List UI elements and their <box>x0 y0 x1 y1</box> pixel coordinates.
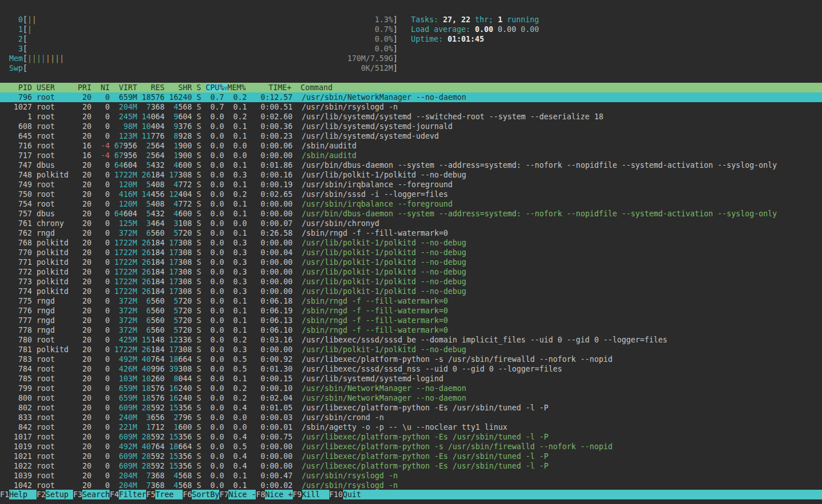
cell-time: 0:00.07 <box>247 219 292 228</box>
process-row[interactable]: 1017 root 20 0 609M 28592 15356 S 0.0 0.… <box>0 432 822 442</box>
column-header-virt[interactable]: VIRT <box>110 83 137 92</box>
process-row[interactable]: 842 root 20 0 221M 1712 1600 S 0.0 0.0 0… <box>0 422 822 432</box>
process-row[interactable]: 717 root 16 -4 67956 2564 1900 S 0.0 0.0… <box>0 151 822 160</box>
fkey-f2[interactable]: F2 <box>37 490 46 499</box>
fkey-label-kill[interactable]: Kill <box>302 490 329 499</box>
fkey-f6[interactable]: F6 <box>183 490 192 499</box>
process-row[interactable]: 799 root 20 0 659M 18576 16240 S 0.0 0.2… <box>0 384 822 393</box>
process-row[interactable]: 750 root 20 0 416M 14456 12404 S 0.0 0.2… <box>0 189 822 199</box>
process-row[interactable]: 800 root 20 0 659M 18576 16240 S 0.0 0.2… <box>0 393 822 403</box>
cell-virt: 67 <box>114 151 123 160</box>
process-row[interactable]: 774 polkitd 20 0 1722M 26184 17308 S 0.0… <box>0 287 822 296</box>
cell-mem-percent: 0.3 <box>224 287 247 296</box>
meter-bar: | <box>59 54 64 63</box>
meter-close-bracket: ] <box>393 35 398 43</box>
process-row[interactable]: 802 root 20 0 609M 28592 15356 S 0.0 0.4… <box>0 403 822 413</box>
process-row[interactable]: 747 dbus 20 0 64604 5432 4600 S 0.0 0.1 … <box>0 160 822 170</box>
process-row[interactable]: 1022 root 20 0 609M 28592 15356 S 0.0 0.… <box>0 461 822 471</box>
fkey-f4[interactable]: F4 <box>110 490 119 499</box>
fkey-f7[interactable]: F7 <box>219 490 228 499</box>
cell-shr: 664 <box>178 355 192 364</box>
fkey-label-search[interactable]: Search <box>82 490 110 499</box>
cell-time: 0:00.16 <box>247 171 292 179</box>
process-row[interactable]: 781 polkitd 20 0 1722M 26184 17308 S 0.0… <box>0 345 822 354</box>
process-row[interactable]: 1039 root 20 0 204M 7368 4568 S 0.0 0.1 … <box>0 471 822 481</box>
process-row[interactable]: 1 root 20 0 245M 14064 9604 S 0.0 0.2 0:… <box>0 112 822 122</box>
column-header-cpu-sorted[interactable]: CPU%▽ <box>206 83 227 92</box>
process-row[interactable]: 762 rngd 20 0 372M 6560 5720 S 0.0 0.1 0… <box>0 228 822 238</box>
cell-command: /sbin/rngd -f --fill-watermark=0 <box>302 307 448 315</box>
cell-ni: 0 <box>105 374 110 383</box>
cell-mem-percent: 0.3 <box>224 345 247 354</box>
column-header-res[interactable]: RES <box>137 83 164 92</box>
cell-pid: 774 <box>0 287 32 296</box>
process-row[interactable]: 645 root 20 0 123M 11776 8928 S 0.0 0.1 … <box>0 131 822 141</box>
fkey-f9[interactable]: F9 <box>293 490 302 499</box>
fkey-label-tree[interactable]: Tree <box>155 490 183 499</box>
process-row[interactable]: 608 root 20 0 98M 10404 9376 S 0.0 0.1 0… <box>0 122 822 131</box>
process-row[interactable]: 761 chrony 20 0 125M 3464 3108 S 0.0 0.0… <box>0 219 822 228</box>
column-header-mem[interactable]: MEM% <box>227 83 245 92</box>
cell-shr: 664 <box>178 442 192 451</box>
fkey-label-setup[interactable]: Setup <box>46 490 73 499</box>
column-header-ni[interactable]: NI <box>91 83 110 92</box>
process-row[interactable]: 777 rngd 20 0 372M 6560 5720 S 0.0 0.1 0… <box>0 316 822 325</box>
fkey-label-nice-[interactable]: Nice - <box>228 490 256 499</box>
fkey-label-quit[interactable]: Quit <box>343 490 822 499</box>
cpu-memory-meters: 0[|| 1.3%] 1[| 0.7%] 2[ <box>0 15 398 73</box>
process-row[interactable]: 784 root 20 0 426M 40996 39308 S 0.0 0.5… <box>0 364 822 374</box>
column-header-user[interactable]: USER <box>37 83 78 92</box>
process-row[interactable]: 785 root 20 0 103M 10260 8044 S 0.0 0.1 … <box>0 374 822 384</box>
fkey-f10[interactable]: F10 <box>329 490 343 499</box>
process-row-selected[interactable]: 796 root 20 0 659M 18576 16240 S 0.7 0.2… <box>0 92 822 102</box>
column-header-pri[interactable]: PRI <box>78 83 91 92</box>
fkey-f8[interactable]: F8 <box>256 490 265 499</box>
process-row[interactable]: 833 root 20 0 240M 3656 2796 S 0.0 0.0 0… <box>0 413 822 422</box>
process-row[interactable]: 783 root 20 0 492M 40764 18664 S 0.0 0.5… <box>0 354 822 364</box>
process-row[interactable]: 780 root 20 0 425M 15148 12336 S 0.0 0.2… <box>0 335 822 345</box>
cell-cpu-percent: 0.0 <box>201 336 224 344</box>
process-row[interactable]: 768 polkitd 20 0 1722M 26184 17308 S 0.0… <box>0 238 822 248</box>
cell-user: root <box>37 471 78 480</box>
process-row[interactable]: 748 polkitd 20 0 1722M 26184 17308 S 0.0… <box>0 170 822 180</box>
process-row[interactable]: 775 rngd 20 0 372M 6560 5720 S 0.0 0.1 0… <box>0 296 822 306</box>
cell-shr: 308 <box>178 287 192 296</box>
column-header-time[interactable]: TIME+ <box>245 83 291 92</box>
process-row[interactable]: 1027 root 20 0 204M 7368 4568 S 0.7 0.1 … <box>0 102 822 112</box>
cell-command: /usr/lib/systemd/systemd --switched-root… <box>302 112 603 121</box>
process-row[interactable]: 754 root 20 0 120M 5408 4772 S 0.0 0.1 0… <box>0 199 822 209</box>
cell-cpu-percent: 0.0 <box>201 248 224 257</box>
cell-state: S <box>192 442 201 451</box>
fkey-label-filter[interactable]: Filter <box>119 490 146 499</box>
process-row[interactable]: 1019 root 20 0 492M 40764 18664 S 0.0 0.… <box>0 442 822 451</box>
cell-cpu-percent: 0.0 <box>201 316 224 325</box>
cell-virt: 416M <box>119 190 137 199</box>
process-table-header[interactable]: PID USER PRI NI VIRT RES SHR S CPU%▽MEM%… <box>0 83 822 92</box>
process-row[interactable]: 772 polkitd 20 0 1722M 26184 17308 S 0.0… <box>0 267 822 277</box>
cell-shr: 720 <box>178 297 192 305</box>
cell-shr: 308 <box>178 248 192 257</box>
fkey-label-nice-[interactable]: Nice + <box>265 490 292 499</box>
column-header-state[interactable]: S <box>192 83 201 92</box>
process-row[interactable]: 771 polkitd 20 0 1722M 26184 17308 S 0.0… <box>0 257 822 267</box>
fkey-f1[interactable]: F1 <box>0 490 9 499</box>
column-header-pid[interactable]: PID <box>0 83 32 92</box>
process-row[interactable]: 749 root 20 0 120M 5408 4772 S 0.0 0.1 0… <box>0 180 822 189</box>
fkey-label-sortby[interactable]: SortBy <box>192 490 219 499</box>
column-header-command[interactable]: Command <box>292 83 333 92</box>
process-row[interactable]: 773 polkitd 20 0 1722M 26184 17308 S 0.0… <box>0 277 822 287</box>
process-row[interactable]: 1021 root 20 0 609M 28592 15356 S 0.0 0.… <box>0 451 822 461</box>
cell-mem-percent: 0.0 <box>224 151 247 160</box>
cell-virt: 1722M <box>114 345 137 354</box>
process-row[interactable]: 757 dbus 20 0 64604 5432 4600 S 0.0 0.1 … <box>0 209 822 219</box>
fkey-f3[interactable]: F3 <box>73 490 82 499</box>
fkey-f5[interactable]: F5 <box>146 490 155 499</box>
cell-mem-percent: 0.1 <box>224 132 247 140</box>
fkey-label-help[interactable]: Help <box>9 490 37 499</box>
column-header-shr[interactable]: SHR <box>164 83 192 92</box>
process-row[interactable]: 776 rngd 20 0 372M 6560 5720 S 0.0 0.1 0… <box>0 306 822 316</box>
process-row[interactable]: 1042 root 20 0 204M 7368 4568 S 0.0 0.1 … <box>0 481 822 490</box>
process-row[interactable]: 770 polkitd 20 0 1722M 26184 17308 S 0.0… <box>0 248 822 257</box>
process-row[interactable]: 778 rngd 20 0 372M 6560 5720 S 0.0 0.1 0… <box>0 325 822 335</box>
process-row[interactable]: 716 root 16 -4 67956 2564 1900 S 0.0 0.0… <box>0 141 822 151</box>
